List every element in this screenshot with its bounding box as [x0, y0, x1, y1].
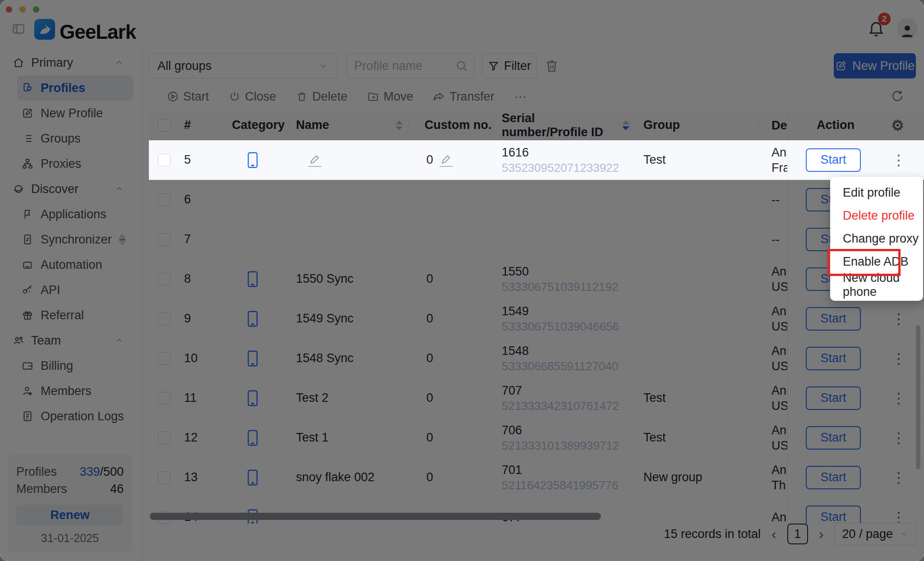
row-context-menu: Edit profile Delete profile Change proxy…: [830, 177, 923, 301]
menu-item-edit-profile[interactable]: Edit profile: [830, 181, 923, 204]
row-more-menu-icon[interactable]: ⋮: [892, 153, 906, 167]
row-index: 5: [178, 140, 217, 179]
start-button[interactable]: Start: [806, 148, 861, 172]
device-info-line2: Fra: [772, 160, 787, 175]
group-value: Test: [629, 140, 758, 179]
serial-number: 1616: [502, 145, 619, 160]
annotation-highlight-box: [827, 249, 901, 276]
menu-item-new-cloud-phone[interactable]: New cloud phone: [830, 273, 923, 296]
table-row: 5 0 1616535230952071233922 Test AnFra St…: [149, 140, 924, 180]
dim-overlay: [0, 0, 924, 561]
menu-item-delete-profile[interactable]: Delete profile: [830, 204, 923, 227]
edit-custom-no-pencil-icon[interactable]: [439, 153, 453, 167]
row-checkbox[interactable]: [158, 154, 171, 166]
edit-name-pencil-icon[interactable]: [308, 153, 322, 167]
phone-icon: [247, 152, 259, 169]
app-window: GeeLark 2 Primary Profiles New Profile G…: [0, 0, 924, 561]
device-info-line1: An: [772, 145, 787, 160]
menu-item-change-proxy[interactable]: Change proxy: [830, 227, 923, 250]
custom-no-value: 0: [426, 153, 433, 167]
profile-id: 535230952071233922: [502, 160, 619, 175]
